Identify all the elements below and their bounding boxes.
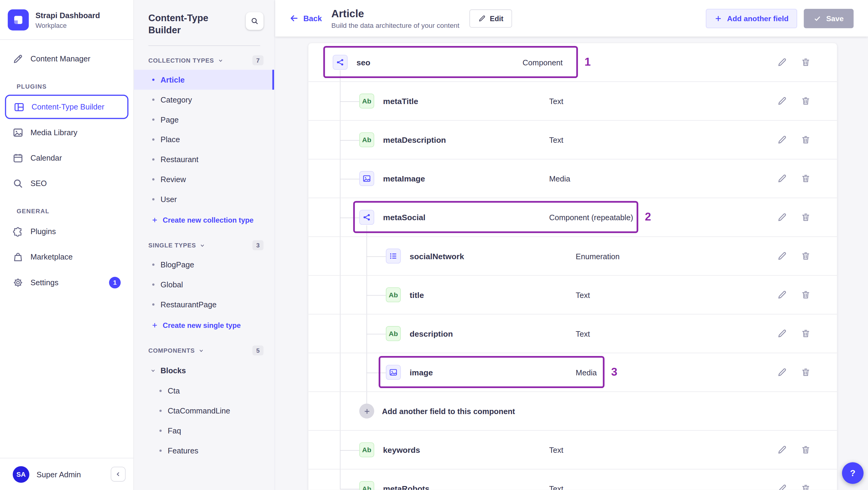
sidebar-footer: SA Super Admin bbox=[0, 458, 133, 490]
field-type: Text bbox=[576, 290, 590, 299]
edit-field-button[interactable] bbox=[777, 213, 787, 222]
bullet-icon bbox=[152, 139, 154, 141]
sidebar-item-label: Calendar bbox=[31, 153, 121, 162]
sidebar-item-label: Plugins bbox=[31, 227, 121, 236]
field-name: metaTitle bbox=[383, 96, 549, 105]
edit-field-button[interactable] bbox=[777, 484, 787, 490]
subnav-section-count: 5 bbox=[252, 345, 264, 356]
add-another-field-button[interactable]: Add another field bbox=[706, 8, 798, 28]
add-field-to-component-row[interactable]: Add another field to this component bbox=[309, 392, 837, 431]
text-icon: Ab bbox=[386, 326, 401, 341]
subnav-item-restaurantpage[interactable]: RestaurantPage bbox=[134, 295, 275, 314]
edit-field-button[interactable] bbox=[777, 58, 787, 67]
delete-field-button[interactable] bbox=[801, 290, 810, 300]
edit-field-button[interactable] bbox=[777, 367, 787, 377]
edit-field-button[interactable] bbox=[777, 96, 787, 105]
bullet-icon bbox=[152, 283, 154, 285]
sidebar-item-plugins[interactable]: Plugins bbox=[5, 219, 128, 244]
page-title: Article bbox=[331, 7, 459, 20]
delete-field-button[interactable] bbox=[801, 445, 810, 455]
subnav-item-ctacommandline[interactable]: CtaCommandLine bbox=[134, 401, 275, 421]
chevron-down-icon bbox=[199, 348, 204, 353]
component-category-blocks[interactable]: Blocks bbox=[134, 360, 275, 381]
subnav-item-faq[interactable]: Faq bbox=[134, 421, 275, 441]
bullet-icon bbox=[159, 410, 161, 412]
subnav-item-blogpage[interactable]: BlogPage bbox=[134, 255, 275, 275]
edit-field-button[interactable] bbox=[777, 135, 787, 145]
subnav-section-count: 3 bbox=[252, 241, 264, 250]
field-type: Component bbox=[523, 58, 563, 66]
delete-field-button[interactable] bbox=[801, 213, 810, 222]
subnav-section-header-collection-types[interactable]: COLLECTION TYPES7 bbox=[134, 46, 275, 70]
edit-label: Edit bbox=[490, 14, 503, 22]
subnav-section-header-components[interactable]: COMPONENTS5 bbox=[134, 336, 275, 360]
sidebar-item-seo[interactable]: SEO bbox=[5, 171, 128, 196]
subnav-item-label: Global bbox=[161, 280, 183, 289]
collapse-sidebar-button[interactable] bbox=[111, 467, 125, 482]
delete-field-button[interactable] bbox=[801, 367, 810, 377]
bullet-icon bbox=[159, 430, 161, 432]
text-icon: Ab bbox=[359, 93, 374, 108]
delete-field-button[interactable] bbox=[801, 58, 810, 67]
edit-field-button[interactable] bbox=[777, 290, 787, 300]
delete-field-button[interactable] bbox=[801, 251, 810, 261]
action-create-new-collection-type[interactable]: Create new collection type bbox=[134, 209, 275, 231]
subnav-item-cta[interactable]: Cta bbox=[134, 381, 275, 401]
gear-icon bbox=[13, 277, 23, 288]
delete-field-button[interactable] bbox=[801, 329, 810, 338]
subnav-section-label: SINGLE TYPES bbox=[149, 242, 196, 249]
sidebar-item-label: Content-Type Builder bbox=[31, 102, 120, 111]
subnav-section-label: COLLECTION TYPES bbox=[149, 57, 214, 64]
subnav-item-user[interactable]: User bbox=[134, 189, 275, 209]
workspace-title: Strapi Dashboard bbox=[35, 11, 100, 20]
field-type: Component (repeatable) bbox=[549, 213, 633, 222]
action-create-new-single-type[interactable]: Create new single type bbox=[134, 314, 275, 336]
avatar[interactable]: SA bbox=[13, 466, 29, 483]
field-type: Media bbox=[576, 368, 597, 376]
subnav-item-page[interactable]: Page bbox=[134, 110, 275, 130]
enum-icon bbox=[386, 249, 401, 264]
subnav-item-article[interactable]: Article bbox=[134, 70, 275, 90]
subnav-item-category[interactable]: Category bbox=[134, 90, 275, 110]
workspace-brand[interactable]: Strapi Dashboard Workplace bbox=[0, 0, 133, 39]
sidebar-item-calendar[interactable]: Calendar bbox=[5, 146, 128, 170]
subnav-section-header-single-types[interactable]: SINGLE TYPES3 bbox=[134, 231, 275, 255]
sidebar-item-marketplace[interactable]: Marketplace bbox=[5, 245, 128, 269]
edit-field-button[interactable] bbox=[777, 174, 787, 183]
search-button[interactable] bbox=[246, 12, 264, 30]
delete-field-button[interactable] bbox=[801, 96, 810, 105]
subnav-item-restaurant[interactable]: Restaurant bbox=[134, 150, 275, 170]
subnav-item-place[interactable]: Place bbox=[134, 130, 275, 150]
edit-field-button[interactable] bbox=[777, 251, 787, 261]
back-link[interactable]: Back bbox=[289, 14, 322, 23]
delete-field-button[interactable] bbox=[801, 484, 810, 490]
fields-panel: seoComponent1AbmetaTitleTextAbmetaDescri… bbox=[309, 43, 837, 490]
field-row-description: AbdescriptionText bbox=[309, 314, 837, 353]
help-button[interactable]: ? bbox=[842, 462, 864, 484]
subnav-item-global[interactable]: Global bbox=[134, 275, 275, 295]
sidebar-item-settings[interactable]: Settings1 bbox=[5, 270, 128, 295]
plus-icon bbox=[359, 403, 374, 418]
layout-icon bbox=[14, 102, 25, 112]
brand-text: Strapi Dashboard Workplace bbox=[35, 11, 100, 29]
text-icon: Ab bbox=[359, 481, 374, 490]
edit-field-button[interactable] bbox=[777, 445, 787, 455]
subnav-item-features[interactable]: Features bbox=[134, 441, 275, 461]
edit-button[interactable]: Edit bbox=[469, 9, 512, 27]
field-row-metaimage: metaImageMedia bbox=[309, 159, 837, 198]
edit-field-button[interactable] bbox=[777, 329, 787, 338]
add-field-label: Add another field to this component bbox=[382, 406, 515, 415]
action-label: Create new collection type bbox=[163, 216, 253, 224]
group-label: Blocks bbox=[161, 366, 186, 375]
annotation-number: 2 bbox=[645, 211, 651, 223]
delete-field-button[interactable] bbox=[801, 135, 810, 145]
search-icon bbox=[13, 178, 23, 188]
sidebar-item-content-type-builder[interactable]: Content-Type Builder bbox=[5, 95, 128, 119]
save-button[interactable]: Save bbox=[804, 8, 854, 28]
sidebar-item-content-manager[interactable]: Content Manager bbox=[5, 47, 128, 71]
sidebar-item-media-library[interactable]: Media Library bbox=[5, 120, 128, 145]
subnav-item-label: Page bbox=[161, 115, 179, 124]
subnav-item-review[interactable]: Review bbox=[134, 170, 275, 189]
delete-field-button[interactable] bbox=[801, 174, 810, 183]
text-icon: Ab bbox=[359, 132, 374, 147]
